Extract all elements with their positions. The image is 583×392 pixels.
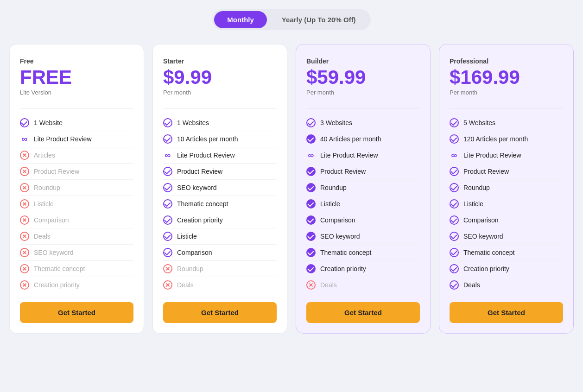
plan-period-builder: Per month: [306, 89, 420, 96]
feature-label: SEO keyword: [320, 233, 360, 240]
plan-price-builder: $59.99: [306, 67, 420, 88]
plan-price-professional: $169.99: [450, 67, 563, 88]
get-started-button-builder[interactable]: Get Started: [306, 302, 420, 323]
list-item: Creation priority: [163, 212, 277, 228]
check-circle-icon: [450, 280, 459, 290]
plan-divider-professional: [450, 108, 563, 108]
list-item: Deals: [306, 277, 420, 293]
plans-container: FreeFREELite Version1 Website∞Lite Produ…: [9, 44, 574, 334]
plan-tier-builder: Builder: [306, 57, 420, 65]
feature-label: Thematic concept: [463, 249, 515, 256]
check-circle-icon: [450, 118, 459, 127]
check-circle-icon: [450, 199, 459, 209]
list-item: Thematic concept: [450, 245, 563, 261]
list-item: 10 Articles per month: [163, 131, 277, 147]
get-started-button-starter[interactable]: Get Started: [163, 302, 277, 323]
check-circle-icon: [163, 183, 172, 192]
feature-label: 3 Websites: [320, 119, 352, 126]
check-circle-icon: [450, 248, 459, 257]
get-started-button-professional[interactable]: Get Started: [450, 302, 563, 323]
plan-card-professional: Professional$169.99Per month5 Websites12…: [439, 44, 574, 334]
list-item: ∞Lite Product Review: [20, 131, 133, 147]
feature-label: Deals: [320, 281, 337, 289]
billing-toggle: Monthly Yearly (Up To 20% Off): [212, 9, 370, 30]
list-item: Creation priority: [20, 277, 133, 293]
list-item: ∞Lite Product Review: [306, 147, 420, 164]
list-item: Creation priority: [450, 261, 563, 277]
feature-label: Roundup: [463, 184, 490, 191]
check-circle-icon: [450, 215, 459, 225]
list-item: Thematic concept: [20, 261, 133, 277]
feature-label: 1 Websites: [177, 119, 209, 126]
list-item: Comparison: [163, 245, 277, 261]
list-item: 3 Websites: [306, 115, 420, 131]
check-circle-icon: [163, 199, 172, 209]
check-filled-icon: [306, 248, 316, 257]
feature-label: Product Review: [34, 168, 79, 175]
plan-divider-free: [20, 108, 133, 108]
monthly-toggle-button[interactable]: Monthly: [214, 11, 267, 28]
feature-list-free: 1 Website∞Lite Product ReviewArticlesPro…: [20, 115, 133, 293]
feature-label: Comparison: [320, 216, 355, 224]
feature-list-builder: 3 Websites40 Articles per month∞Lite Pro…: [306, 115, 420, 293]
list-item: Roundup: [450, 180, 563, 196]
check-filled-icon: [306, 134, 316, 144]
feature-label: Lite Product Review: [320, 152, 378, 159]
feature-list-professional: 5 Websites120 Articles per month∞Lite Pr…: [450, 115, 563, 293]
feature-label: SEO keyword: [177, 184, 217, 191]
feature-label: 40 Articles per month: [320, 135, 381, 143]
plan-divider-starter: [163, 108, 277, 108]
feature-label: Thematic concept: [177, 200, 228, 208]
plan-period-starter: Per month: [163, 89, 277, 96]
plan-divider-builder: [306, 108, 420, 108]
check-circle-icon: [450, 232, 459, 241]
list-item: Product Review: [163, 164, 277, 180]
infinity-icon: ∞: [20, 134, 29, 144]
list-item: SEO keyword: [450, 228, 563, 245]
feature-label: Deals: [34, 233, 51, 240]
list-item: Comparison: [20, 212, 133, 228]
feature-label: 1 Website: [34, 119, 63, 126]
list-item: ∞Lite Product Review: [163, 147, 277, 164]
get-started-button-free[interactable]: Get Started: [20, 302, 133, 323]
plan-tier-starter: Starter: [163, 57, 277, 65]
feature-label: Roundup: [177, 265, 203, 272]
feature-label: 5 Websites: [463, 119, 495, 126]
list-item: Comparison: [450, 212, 563, 228]
x-circle-icon: [20, 167, 29, 176]
feature-label: Thematic concept: [34, 265, 85, 272]
x-circle-icon: [20, 199, 29, 209]
plan-card-builder: Builder$59.99Per month3 Websites40 Artic…: [296, 44, 431, 334]
list-item: 120 Articles per month: [450, 131, 563, 147]
x-circle-icon: [306, 280, 316, 290]
feature-label: Lite Product Review: [177, 152, 235, 159]
plan-price-free: FREE: [20, 67, 133, 88]
check-circle-icon: [306, 118, 316, 127]
check-filled-icon: [306, 167, 316, 176]
x-circle-icon: [20, 232, 29, 241]
list-item: 5 Websites: [450, 115, 563, 131]
feature-label: Comparison: [177, 249, 212, 256]
list-item: 40 Articles per month: [306, 131, 420, 147]
list-item: Articles: [20, 147, 133, 164]
list-item: Thematic concept: [306, 245, 420, 261]
plan-tier-free: Free: [20, 57, 133, 65]
feature-label: Comparison: [34, 216, 69, 224]
x-circle-icon: [20, 215, 29, 225]
x-circle-icon: [163, 264, 172, 273]
list-item: Roundup: [306, 180, 420, 196]
feature-list-starter: 1 Websites10 Articles per month∞Lite Pro…: [163, 115, 277, 293]
x-circle-icon: [20, 151, 29, 160]
x-circle-icon: [20, 248, 29, 257]
feature-label: Deals: [177, 281, 194, 289]
list-item: Product Review: [450, 164, 563, 180]
list-item: 1 Websites: [163, 115, 277, 131]
feature-label: Product Review: [463, 168, 509, 175]
list-item: Deals: [20, 228, 133, 245]
plan-price-starter: $9.99: [163, 67, 277, 88]
feature-label: Lite Product Review: [34, 135, 92, 143]
plan-tier-professional: Professional: [450, 57, 563, 65]
infinity-icon: ∞: [450, 151, 459, 160]
plan-card-free: FreeFREELite Version1 Website∞Lite Produ…: [9, 44, 144, 334]
yearly-toggle-button[interactable]: Yearly (Up To 20% Off): [269, 11, 369, 28]
